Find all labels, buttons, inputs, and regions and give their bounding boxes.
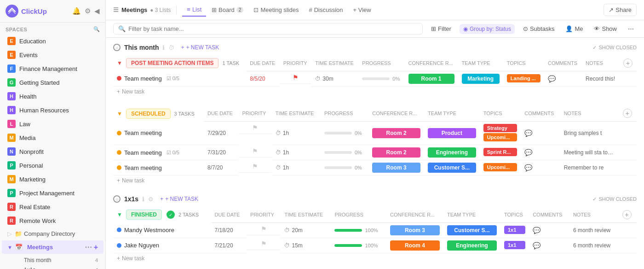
comment-icon-s1[interactable]: 💬 xyxy=(524,129,532,137)
project-management-label: Project Management xyxy=(19,190,75,197)
tab-add-view[interactable]: + View xyxy=(349,4,376,16)
filter-button[interactable]: ⊞ Filter xyxy=(428,24,454,34)
1x1s-settings-icon[interactable]: ⚙ xyxy=(148,196,154,203)
col-time-s: TIME ESTIMATE xyxy=(272,106,321,122)
search-icon[interactable]: 🔍 xyxy=(93,26,100,32)
tab-meeting-slides[interactable]: ⊡ Meeting slides xyxy=(249,4,303,16)
col-team-1: TEAM TYPE xyxy=(458,55,503,71)
comment-icon-1[interactable]: 💬 xyxy=(548,75,556,82)
group-by-button[interactable]: ◉ Group by: Status xyxy=(460,24,515,34)
comment-icon-mandy[interactable]: 💬 xyxy=(533,227,540,234)
task-checkbox-1[interactable]: ☑ 0/5 xyxy=(167,76,179,82)
real-estate-label: Real Estate xyxy=(19,204,50,211)
add-col-btn-s[interactable]: + xyxy=(623,109,632,118)
comments-1[interactable]: 💬 xyxy=(544,71,582,86)
topic-sprint-s2: Sprint R... xyxy=(483,148,517,156)
finished-group-label[interactable]: FINISHED xyxy=(126,210,162,220)
new-task-inline-s[interactable]: + New task xyxy=(117,177,633,184)
new-task-label-s: New task xyxy=(122,177,144,184)
scheduled-toggle[interactable]: ▼ xyxy=(117,111,122,117)
sidebar-item-personal[interactable]: P Personal xyxy=(2,159,104,172)
more-button[interactable]: ⋯ xyxy=(625,24,637,34)
add-col-btn-f[interactable]: + xyxy=(622,210,632,219)
sidebar-item-real-estate[interactable]: R Real Estate xyxy=(2,200,104,213)
finished-toggle[interactable]: ▼ xyxy=(117,211,122,218)
this-month-label: This month xyxy=(24,257,51,263)
sidebar-folder-company-directory[interactable]: ▷ 📁 Company Directory xyxy=(2,228,104,240)
add-col-btn-1[interactable]: + xyxy=(623,58,632,68)
sidebar-item-events[interactable]: E Events xyxy=(2,48,104,61)
task-name-mandy[interactable]: Mandy Westmoore xyxy=(124,227,174,234)
sidebar-item-law[interactable]: L Law xyxy=(2,117,104,130)
1x1s-toggle[interactable]: ○ xyxy=(113,195,121,203)
sidebar-item-nonprofit[interactable]: N Nonprofit xyxy=(2,145,104,158)
post-meeting-toggle[interactable]: ▼ xyxy=(117,60,122,66)
task-name-jake[interactable]: Jake Nguyen xyxy=(124,242,159,249)
post-meeting-group-row: ▼ POST MEETING ACTION ITEMS 1 TASK DUE D… xyxy=(113,55,637,71)
comments-s1[interactable]: 💬 xyxy=(521,122,560,145)
tab-discussion[interactable]: # Discussion xyxy=(304,4,347,16)
sidebar-item-remote-work[interactable]: R Remote Work xyxy=(2,214,104,227)
tab-board[interactable]: ⊞ Board 2 xyxy=(207,4,248,16)
team-badge-jake: Engineering xyxy=(447,240,497,251)
meetings-sub-1x1s[interactable]: 1x1s 4 xyxy=(18,265,104,269)
1x1s-info-icon[interactable]: ℹ xyxy=(142,196,144,203)
this-month-info-icon[interactable]: ℹ xyxy=(162,44,165,51)
main-area: ☰ Meetings ● 3 Lists ≡ List ⊞ Board 2 ⊡ … xyxy=(106,0,644,269)
tab-list[interactable]: ≡ List xyxy=(182,3,206,17)
post-meeting-group-label[interactable]: POST MEETING ACTION ITEMS xyxy=(126,58,219,68)
comments-s2[interactable]: 💬 xyxy=(521,145,560,160)
this-month-show-closed[interactable]: ✓ SHOW CLOSED xyxy=(592,45,637,51)
1x1s-show-closed[interactable]: ✓ SHOW CLOSED xyxy=(592,196,637,202)
checkbox-icon-1: ☑ xyxy=(167,76,171,82)
this-month-toggle[interactable]: ○ xyxy=(113,44,121,51)
sidebar-item-finance[interactable]: F Finance Management xyxy=(2,62,104,75)
scheduled-group-label[interactable]: SCHEDULED xyxy=(126,109,171,119)
sidebar-item-project-management[interactable]: P Project Management xyxy=(2,187,104,199)
meetings-sub-this-month[interactable]: This month 4 xyxy=(18,256,104,265)
new-task-inline-f[interactable]: + New task xyxy=(117,255,633,262)
sidebar-item-human-resources[interactable]: H Human Resources xyxy=(2,104,104,117)
sidebar-item-education[interactable]: E Education xyxy=(2,35,104,47)
1x1s-new-task[interactable]: + + NEW TASK xyxy=(157,195,201,203)
comment-icon-jake[interactable]: 💬 xyxy=(533,242,540,249)
task-name-1[interactable]: Team meeting xyxy=(124,75,162,82)
search-input[interactable] xyxy=(128,25,418,32)
share-button[interactable]: ↗ Share xyxy=(604,4,637,16)
task-name-s3[interactable]: Team meeting xyxy=(124,164,162,171)
comments-s3[interactable]: 💬 xyxy=(521,160,560,175)
subtasks-button[interactable]: ⊙ Subtasks xyxy=(520,24,557,34)
show-button[interactable]: 👁 Show xyxy=(591,24,620,34)
col-progress-1: PROGRESS xyxy=(358,55,404,71)
sidebar-item-health[interactable]: H Health xyxy=(2,90,104,103)
health-label: Health xyxy=(19,93,37,100)
new-task-inline-1[interactable]: + New task xyxy=(117,88,633,95)
meetings-add-icon[interactable]: + xyxy=(94,243,98,251)
comment-icon-s2[interactable]: 💬 xyxy=(524,149,532,156)
sidebar-item-getting-started[interactable]: G Getting Started xyxy=(2,76,104,89)
task-name-s1[interactable]: Team meeting xyxy=(124,129,162,136)
task-name-s2[interactable]: Team meeting xyxy=(124,149,162,156)
sidebar-item-media[interactable]: M Media xyxy=(2,131,104,144)
col-add-1: + xyxy=(620,55,637,71)
task-checkbox-s2[interactable]: ☑ 0/5 xyxy=(167,150,179,156)
room-badge-s2: Room 2 xyxy=(372,147,420,158)
sidebar-meetings-item[interactable]: ▼ 📅 Meetings ⋯ + xyxy=(2,240,104,254)
this-month-new-task[interactable]: + + NEW TASK xyxy=(178,43,222,52)
me-button[interactable]: 👤 Me xyxy=(563,24,586,34)
svg-point-0 xyxy=(6,5,18,18)
sidebar-header-icons: 🔔 ⚙ ◀ xyxy=(72,7,100,15)
this-month-clock-icon[interactable]: ⏱ xyxy=(168,44,174,51)
topbar-tabs: ≡ List ⊞ Board 2 ⊡ Meeting slides # Disc… xyxy=(182,3,375,17)
gear-icon[interactable]: ⚙ xyxy=(85,7,91,15)
comments-jake[interactable]: 💬 xyxy=(529,238,569,253)
collapse-icon[interactable]: ◀ xyxy=(94,7,100,15)
team-badge-1: Marketing xyxy=(462,74,500,84)
bell-icon[interactable]: 🔔 xyxy=(72,7,81,15)
meetings-more-icon[interactable]: ⋯ xyxy=(85,243,92,251)
comment-icon-s3[interactable]: 💬 xyxy=(524,164,532,171)
filter-input-wrapper[interactable]: 🔍 xyxy=(113,23,423,35)
1x1s-count: 4 xyxy=(95,267,98,269)
sidebar-item-marketing[interactable]: M Marketing xyxy=(2,173,104,186)
comments-mandy[interactable]: 💬 xyxy=(529,222,569,238)
